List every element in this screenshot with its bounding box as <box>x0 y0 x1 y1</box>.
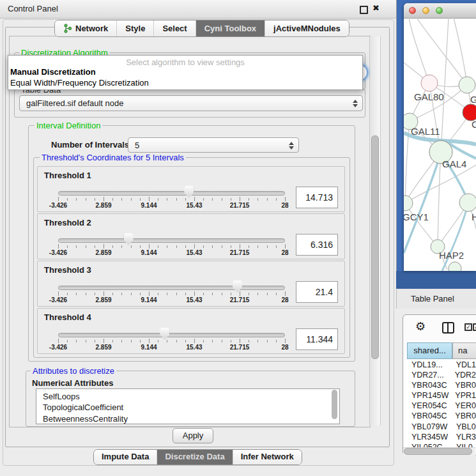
slider-tick <box>95 340 95 342</box>
slider-tick <box>149 197 150 201</box>
network-edge[interactable] <box>417 18 467 85</box>
slider-tick <box>112 340 113 342</box>
table-row[interactable]: YDL19...YDL1 <box>405 360 476 370</box>
slider-track[interactable] <box>58 191 285 196</box>
close-icon[interactable]: ✖ <box>372 3 380 13</box>
tab-style[interactable]: Style <box>116 20 153 36</box>
checkbox-icon[interactable]: ✓ <box>473 323 476 331</box>
table-column-header-name[interactable]: na <box>452 342 476 359</box>
table-row[interactable]: YPR145WYPR1 <box>405 390 476 401</box>
slider-tick <box>58 244 59 249</box>
tab-discretize-data[interactable]: Discretize Data <box>157 450 232 464</box>
slider-tick <box>285 339 286 343</box>
slider-tick-label: 15.43 <box>186 344 202 351</box>
network-node[interactable] <box>421 75 438 91</box>
attribute-item-betweennesscentrality[interactable]: BetweennessCentrality <box>36 413 339 424</box>
network-node[interactable] <box>404 196 413 211</box>
network-node[interactable] <box>459 194 476 211</box>
network-node[interactable] <box>459 77 475 93</box>
slider-tick <box>276 245 277 248</box>
slider-tick <box>222 245 222 248</box>
threshold-label: Threshold 4 <box>44 312 91 322</box>
slider-tick-label: 21.715 <box>230 202 250 209</box>
table-row[interactable]: YLR345WYLR3 <box>405 432 476 442</box>
threshold-panel-3: Threshold 3-3.4262.8599.14415.4321.71528… <box>37 261 345 307</box>
tab-impute-data[interactable]: Impute Data <box>94 450 157 464</box>
slider-tick <box>167 340 167 342</box>
table-row[interactable]: YIL052CYIL0 <box>405 442 476 447</box>
tab-label: Network <box>75 24 108 33</box>
tab-jactivemnodules[interactable]: jActiveMNodules <box>265 20 349 36</box>
slider-tick <box>249 340 249 342</box>
table-row[interactable]: YBR043CYBR0 <box>405 380 476 390</box>
table-row[interactable]: YDR27...YDR2 <box>405 370 476 380</box>
slider-tick <box>121 198 122 201</box>
slider-thumb[interactable] <box>184 186 194 198</box>
slider-tick <box>203 245 204 248</box>
table-column-header-shared[interactable]: shared... <box>407 342 452 359</box>
table-data-combobox[interactable]: galFiltered.sif default node <box>19 95 363 111</box>
threshold-value-field[interactable]: 11.344 <box>296 328 338 350</box>
float-window-icon[interactable] <box>360 6 368 14</box>
table-row[interactable]: YBL079WYBL0 <box>405 422 476 432</box>
slider-tick <box>149 339 150 343</box>
algorithm-option-manual-discretization[interactable]: Manual Discretization <box>10 67 96 77</box>
table-cell-name: YER0 <box>449 401 476 411</box>
slider-thumb[interactable] <box>233 280 242 293</box>
tab-select[interactable]: Select <box>153 20 195 36</box>
slider-track[interactable] <box>58 333 285 337</box>
slider-tick <box>86 340 86 342</box>
split-columns-icon[interactable] <box>442 322 454 334</box>
network-edge[interactable] <box>441 18 449 152</box>
algorithm-option-equal-width-frequency-discretization[interactable]: Equal Width/Frequency Discretization <box>10 78 149 88</box>
slider-track[interactable] <box>58 238 285 243</box>
numerical-attributes-list[interactable]: SelfLoopsTopologicalCoefficientBetweenne… <box>36 388 340 424</box>
network-node-label: GCY1 <box>404 211 429 222</box>
zoom-traffic-light-icon[interactable] <box>436 7 443 14</box>
network-edge[interactable] <box>454 18 467 85</box>
slider-tick <box>95 245 95 248</box>
attribute-item-topologicalcoefficient[interactable]: TopologicalCoefficient <box>36 402 339 413</box>
network-edge[interactable] <box>438 152 441 247</box>
threshold-value-field[interactable]: 14.713 <box>296 187 338 208</box>
network-node-label: H <box>472 211 476 222</box>
network-icon <box>63 24 72 33</box>
attributes-list-scrollbar-thumb[interactable] <box>332 390 337 419</box>
slider-tick-label: 15.43 <box>186 202 202 209</box>
table-cell-shared-name: YLR345W <box>405 432 450 442</box>
network-node[interactable] <box>449 262 461 271</box>
slider-thumb[interactable] <box>160 328 169 340</box>
table-cell-name: YDR2 <box>449 370 476 380</box>
tab-infer-network[interactable]: Infer Network <box>233 450 302 464</box>
table-row[interactable]: YBR045CYBR0 <box>405 411 476 421</box>
apply-button[interactable]: Apply <box>173 428 213 443</box>
table-cell-name: YLR3 <box>450 432 476 442</box>
slider-tick-label: 15.43 <box>186 296 202 303</box>
slider-tick <box>67 340 68 342</box>
threshold-value-field[interactable]: 6.316 <box>296 234 338 256</box>
checkbox-icon[interactable]: ✓ <box>464 323 472 331</box>
threshold-value-field[interactable]: 21.4 <box>296 281 338 303</box>
slider-tick <box>67 245 68 248</box>
gear-icon[interactable]: ⚙ <box>415 319 426 334</box>
slider-tick <box>231 245 231 248</box>
network-edge[interactable] <box>409 18 429 83</box>
table-row[interactable]: YER054CYER0 <box>405 401 476 411</box>
network-canvas[interactable]: GAL80GACGAL11GAL4GCY1HHAP2 <box>404 18 476 271</box>
minimize-traffic-light-icon[interactable] <box>422 7 429 14</box>
attribute-item-selfloops[interactable]: SelfLoops <box>36 391 339 402</box>
vertical-scrollbar-thumb[interactable] <box>371 135 379 359</box>
slider-tick <box>276 198 277 201</box>
slider-thumb[interactable] <box>124 233 134 245</box>
slider-tick <box>231 340 231 342</box>
close-traffic-light-icon[interactable] <box>409 7 416 14</box>
tab-network[interactable]: Network <box>55 20 116 36</box>
network-view-window: GAL80GACGAL11GAL4GCY1HHAP2 <box>404 3 476 271</box>
tab-cyni-toolbox[interactable]: Cyni Toolbox <box>196 20 265 36</box>
slider-tick <box>212 198 213 201</box>
slider-track[interactable] <box>58 286 285 290</box>
network-window-titlebar[interactable] <box>404 3 476 19</box>
horizontal-scrollbar-thumb[interactable] <box>404 448 472 455</box>
slider-tick <box>185 340 186 342</box>
number-of-intervals-spinner[interactable]: 5 <box>128 137 299 153</box>
